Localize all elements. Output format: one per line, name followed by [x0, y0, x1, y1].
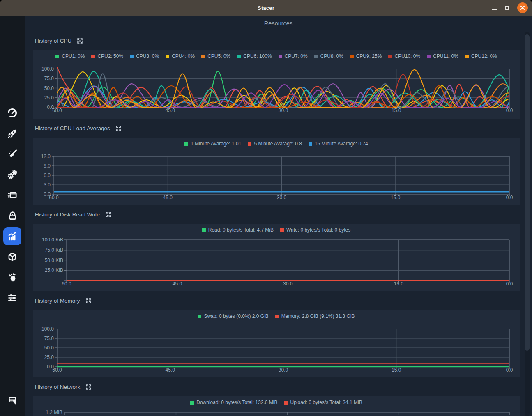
chart-panel-cpu: CPU1: 0%CPU2: 50%CPU3: 0%CPU4: 0%CPU5: 0…	[33, 50, 520, 119]
sidebar-item-system-cleaner[interactable]	[0, 144, 25, 164]
legend-item: CPU6: 100%	[237, 53, 272, 59]
expand-icon[interactable]	[77, 38, 83, 44]
x-tick-label: 45.0	[166, 108, 175, 113]
chart-network: 1.2 MiB	[33, 409, 520, 416]
x-tick-label: 15.0	[392, 367, 401, 373]
legend-swatch	[91, 55, 95, 58]
y-tick-label: 1.2 MiB	[46, 409, 62, 415]
legend-label: CPU10: 0%	[394, 53, 420, 59]
legend-item: CPU8: 0%	[314, 53, 343, 59]
expand-icon[interactable]	[115, 125, 122, 131]
legend-swatch	[309, 142, 312, 146]
x-tick-label: 15.0	[391, 195, 401, 200]
chart-load: 12.09.06.03.00.060.045.030.015.00.0	[33, 150, 520, 205]
expand-icon[interactable]	[85, 384, 92, 390]
x-tick-label: 30.0	[283, 281, 293, 287]
section-title: History of Network	[35, 384, 80, 390]
y-tick-label: 75.0	[44, 76, 54, 81]
x-tick-label: 30.0	[279, 367, 288, 373]
x-tick-label: 0.0	[506, 367, 513, 373]
sidebar-item-settings[interactable]	[0, 287, 25, 308]
maximize-button[interactable]	[505, 6, 509, 10]
section-title: History of Memory	[35, 298, 80, 304]
legend-item: Swap: 0 bytes (0.0%) 2.0 GiB	[198, 313, 268, 319]
legend-label: Upload: 0 bytes/s Total: 34.1 MiB	[290, 400, 362, 405]
chart-icon	[7, 231, 18, 241]
header-divider	[29, 31, 528, 31]
legend-swatch	[201, 55, 205, 58]
legend-label: 1 Minute Avarage: 1.01	[191, 141, 241, 147]
legend-label: CPU9: 25%	[356, 53, 382, 59]
section-load: History of CPU Load Averages1 Minute Ava…	[25, 119, 532, 205]
section-title: History of Disk Read Write	[35, 211, 100, 218]
legend-swatch	[248, 142, 251, 146]
legend-swatch	[190, 401, 194, 405]
legend-item: CPU4: 0%	[166, 53, 195, 59]
legend-swatch	[202, 228, 206, 232]
package-icon	[7, 251, 18, 262]
expand-icon[interactable]	[105, 211, 111, 218]
broom-icon	[7, 149, 18, 159]
section-network: History of NetworkDownload: 0 bytes/s To…	[25, 377, 532, 416]
sidebar-item-feedback[interactable]	[0, 390, 25, 410]
legend-item: Read: 0 bytes/s Total: 4.7 MiB	[202, 227, 274, 233]
y-tick-label: 25.0 KiB	[45, 267, 63, 273]
content-scrollbar[interactable]	[525, 32, 530, 416]
y-tick-label: 6.0	[44, 172, 51, 178]
legend-label: Read: 0 bytes/s Total: 4.7 MiB	[208, 227, 274, 233]
y-tick-label: 100.0	[41, 66, 54, 72]
legend-swatch	[237, 55, 241, 58]
x-tick-label: 0.0	[506, 195, 513, 200]
sidebar-item-packages[interactable]	[0, 246, 25, 267]
legend-label: CPU7: 0%	[285, 53, 308, 59]
sidebar-item-services[interactable]	[0, 164, 25, 185]
sidebar-item-resources[interactable]	[0, 226, 25, 246]
close-icon	[517, 2, 528, 13]
legend-label: Write: 0 bytes/s Total: 0 bytes	[286, 227, 350, 233]
chart-legend: 1 Minute Avarage: 1.015 Minute Avarage: …	[33, 138, 520, 150]
legend-label: CPU2: 50%	[97, 53, 123, 59]
legend-item: 15 Minute Avarage: 0.74	[309, 141, 368, 147]
y-tick-label: 3.0	[44, 182, 51, 188]
legend-label: Memory: 2.8 GiB (9.1%) 31.3 GiB	[281, 313, 355, 319]
legend-item: CPU10: 0%	[388, 53, 420, 59]
scrollbar-thumb[interactable]	[525, 34, 530, 351]
sidebar-item-dashboard[interactable]	[0, 103, 25, 123]
section-memory: History of MemorySwap: 0 bytes (0.0%) 2.…	[25, 291, 532, 377]
x-tick-label: 15.0	[394, 281, 404, 287]
window-titlebar[interactable]: Stacer	[0, 0, 532, 16]
uninstaller-icon	[7, 210, 18, 221]
expand-icon[interactable]	[85, 298, 92, 304]
close-button[interactable]	[517, 2, 528, 13]
sliders-icon	[7, 292, 18, 303]
sidebar	[0, 16, 25, 416]
legend-label: CPU8: 0%	[320, 53, 343, 59]
legend-swatch	[284, 401, 288, 405]
x-tick-label: 30.0	[279, 108, 288, 113]
y-tick-label: 25.0	[44, 95, 54, 101]
maximize-icon	[505, 6, 509, 10]
legend-label: 5 Minute Avarage: 0.8	[254, 141, 302, 147]
y-tick-label: 9.0	[44, 163, 51, 169]
legend-item: CPU9: 25%	[350, 53, 382, 59]
legend-item: CPU2: 50%	[91, 53, 123, 59]
y-tick-label: 50.0	[44, 345, 54, 351]
x-tick-label: 45.0	[173, 281, 182, 287]
legend-item: 1 Minute Avarage: 1.01	[184, 141, 241, 147]
chart-panel-network: Download: 0 bytes/s Total: 132.6 MiBUplo…	[33, 396, 520, 416]
legend-swatch	[184, 142, 188, 146]
x-tick-label: 0.0	[506, 108, 513, 113]
sidebar-item-processes[interactable]	[0, 185, 25, 205]
minimize-button[interactable]	[492, 6, 497, 10]
sidebar-item-gnome-settings[interactable]	[0, 267, 25, 287]
legend-swatch	[166, 55, 169, 58]
legend-label: 15 Minute Avarage: 0.74	[315, 141, 368, 147]
gears-icon	[7, 169, 18, 180]
x-tick-label: 45.0	[166, 367, 175, 373]
sidebar-item-startup-apps[interactable]	[0, 123, 25, 144]
sidebar-item-uninstaller[interactable]	[0, 205, 25, 226]
legend-item: CPU3: 0%	[130, 53, 159, 59]
x-tick-label: 60.0	[62, 281, 71, 287]
legend-label: CPU3: 0%	[136, 53, 159, 59]
legend-label: CPU4: 0%	[172, 53, 195, 59]
